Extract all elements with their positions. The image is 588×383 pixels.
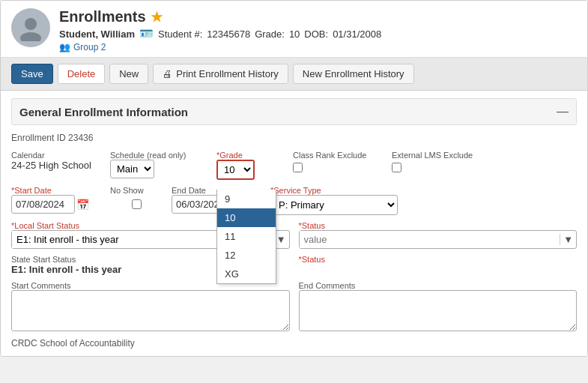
dynamic-status-label: *Status: [299, 221, 578, 230]
new-enrollment-button[interactable]: New Enrollment History: [293, 64, 414, 84]
svg-point-1: [20, 32, 41, 41]
student-name: Student, William: [59, 28, 135, 40]
star-icon[interactable]: ★: [151, 9, 163, 25]
dynamic-status2-label: *Status: [299, 255, 578, 264]
dynamic-status-input[interactable]: [300, 231, 560, 248]
no-show-checkbox[interactable]: [132, 199, 142, 209]
start-date-input[interactable]: [11, 195, 75, 214]
section-title: General Enrollment Information: [19, 106, 188, 118]
form-row-3: *Local Start Status ✕ ▼ *Status ▼: [11, 221, 577, 249]
comments-row: Start Comments End Comments: [11, 281, 577, 334]
avatar: [11, 8, 50, 47]
new-button[interactable]: New: [109, 64, 148, 84]
group-name: Group 2: [73, 42, 106, 52]
end-comments-group: End Comments: [299, 281, 578, 334]
main-container: Enrollments ★ Student, William 🪪 Student…: [0, 0, 588, 357]
start-date-calendar-icon[interactable]: 📅: [76, 199, 89, 211]
form-row-2: *Start Date 📅 No Show End Date 📅: [11, 186, 577, 215]
page-title: Enrollments ★: [59, 8, 577, 25]
service-type-label: *Service Type: [270, 186, 398, 195]
dob-label: DOB:: [304, 28, 328, 40]
start-comments-textarea[interactable]: [11, 290, 290, 331]
header: Enrollments ★ Student, William 🪪 Student…: [1, 1, 587, 58]
end-comments-label: End Comments: [299, 281, 578, 290]
student-dob: 01/31/2008: [333, 28, 381, 40]
service-type-select[interactable]: P: Primary S: Secondary: [270, 195, 398, 215]
enrollment-id-label: Enrollment ID: [11, 133, 66, 143]
grade-option-10[interactable]: 10: [217, 208, 276, 227]
start-date-label: *Start Date: [11, 186, 101, 195]
class-rank-label: Class Rank Exclude: [293, 151, 383, 160]
schedule-label: Schedule (read only): [110, 151, 207, 160]
collapse-icon[interactable]: —: [557, 105, 569, 118]
schedule-group: Schedule (read only) Main: [110, 151, 207, 180]
grade-label: Grade:: [255, 28, 285, 40]
dynamic-status2-group: *Status: [299, 255, 578, 275]
save-button[interactable]: Save: [11, 64, 53, 84]
no-show-group: No Show: [110, 186, 163, 215]
grade-select-wrap: 9 10 11 12 XG: [216, 160, 255, 180]
class-rank-group: Class Rank Exclude: [293, 151, 383, 180]
group-info: 👥 Group 2: [59, 42, 577, 52]
grade-dropdown-popup: 9 10 11 12 XG: [216, 190, 276, 284]
print-label: Print Enrollment History: [176, 68, 279, 79]
form-row-4: State Start Status E1: Init enroll - thi…: [11, 255, 577, 275]
calendar-label: Calendar: [11, 151, 101, 160]
start-comments-group: Start Comments: [11, 281, 290, 334]
no-show-label: No Show: [110, 186, 163, 195]
grade-option-xg[interactable]: XG: [217, 265, 276, 283]
grade-group: *Grade 9 10 11 12 XG 9 10 11 12: [216, 151, 284, 180]
grade-label: *Grade: [216, 151, 284, 160]
calendar-value: 24-25 High School: [11, 160, 101, 171]
student-number: 12345678: [207, 28, 250, 40]
service-type-group: *Service Type P: Primary S: Secondary: [270, 186, 398, 215]
form-row-1: Calendar 24-25 High School Schedule (rea…: [11, 151, 577, 180]
grade-select[interactable]: 9 10 11 12 XG: [218, 161, 253, 178]
dynamic-status-group: *Status ▼: [299, 221, 578, 249]
grade-option-11[interactable]: 11: [217, 227, 276, 246]
student-grade: 10: [289, 28, 300, 40]
delete-button[interactable]: Delete: [58, 64, 106, 84]
calendar-group: Calendar 24-25 High School: [11, 151, 101, 180]
grade-option-12[interactable]: 12: [217, 246, 276, 265]
id-badge-icon: 🪪: [139, 27, 154, 40]
student-info: Student, William 🪪 Student #: 12345678 G…: [59, 27, 577, 40]
ext-lms-group: External LMS Exclude: [392, 151, 482, 180]
ext-lms-checkbox[interactable]: [392, 163, 401, 172]
ext-lms-label: External LMS Exclude: [392, 151, 482, 160]
toolbar: Save Delete New 🖨 Print Enrollment Histo…: [1, 58, 587, 91]
start-date-wrap: 📅: [11, 195, 101, 214]
avatar-icon: [17, 14, 44, 41]
enrollment-id-row: Enrollment ID 23436: [11, 133, 577, 143]
dynamic-status-wrap: ▼: [299, 230, 578, 249]
print-enrollment-button[interactable]: 🖨 Print Enrollment History: [153, 64, 288, 84]
group-icon: 👥: [59, 42, 70, 52]
class-rank-checkbox[interactable]: [293, 163, 303, 172]
grade-option-9[interactable]: 9: [217, 190, 276, 208]
dynamic-status-dropdown-icon[interactable]: ▼: [560, 234, 576, 245]
end-comments-textarea[interactable]: [299, 290, 578, 331]
svg-point-0: [25, 18, 37, 30]
schedule-select[interactable]: Main: [110, 160, 154, 178]
section-header: General Enrollment Information —: [11, 98, 577, 125]
header-info: Enrollments ★ Student, William 🪪 Student…: [59, 8, 577, 52]
print-icon: 🖨: [163, 68, 172, 79]
title-text: Enrollments: [59, 8, 146, 25]
enrollment-id-value: 23436: [68, 133, 93, 143]
start-date-group: *Start Date 📅: [11, 186, 101, 215]
student-number-label: Student #:: [158, 28, 202, 40]
content: General Enrollment Information — Enrollm…: [1, 91, 587, 356]
crdc-label: CRDC School of Accountability: [11, 338, 577, 349]
